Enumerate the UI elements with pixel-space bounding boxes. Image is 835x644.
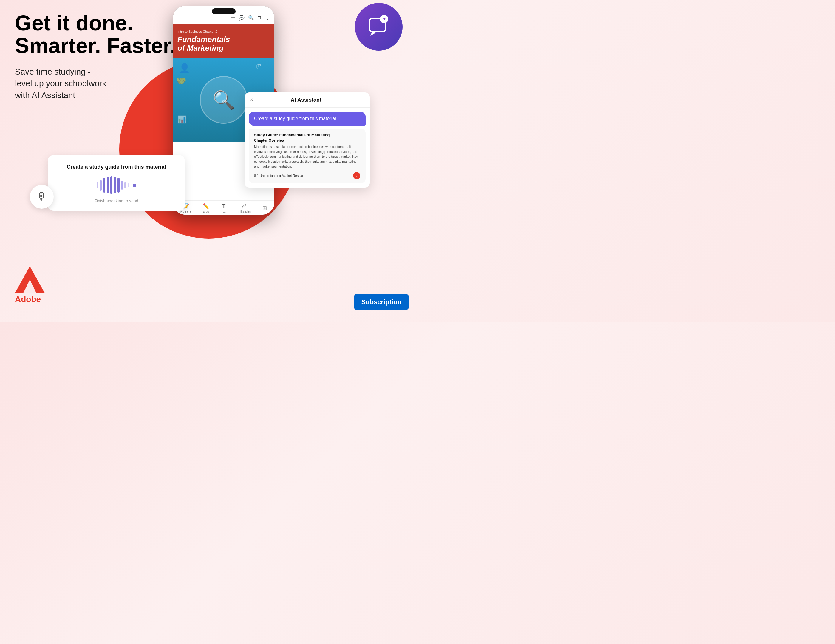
wave-bar-2 [100, 180, 102, 190]
main-headline: Get it done. Smarter. Faster. [15, 12, 194, 57]
phone-bottom-toolbar: 📝 Highlight ✏️ Draw T Text 🖊 Fill & Sign… [173, 200, 275, 215]
target-circle: 🔍 [200, 76, 247, 124]
highlight-label: Highlight [180, 210, 191, 213]
wave-bar-5 [110, 176, 112, 194]
subscription-badge[interactable]: Subscription [354, 294, 409, 310]
headline-line2: Smarter. Faster. [15, 34, 176, 58]
wave-dot [133, 184, 136, 187]
microphone-button[interactable]: 🎙 [30, 185, 54, 209]
wave-bar-9 [124, 182, 126, 188]
ai-user-message: Create a study guide from this material [249, 112, 366, 125]
ai-response-title: Study Guide: Fundamentals of Marketing [254, 133, 360, 137]
more-icon[interactable]: ⋮ [265, 15, 270, 21]
ai-panel-title: AI Assistant [291, 97, 322, 103]
voice-card-title: Create a study guide from this material [60, 164, 173, 170]
fill-sign-tool[interactable]: 🖊 Fill & Sign [238, 203, 250, 213]
svg-marker-3 [370, 32, 376, 36]
wave-bar-3 [103, 178, 105, 193]
adobe-logo: Adobe [15, 266, 45, 304]
draw-tool[interactable]: ✏️ Draw [203, 203, 210, 213]
annotation-icon[interactable]: ☰ [231, 15, 235, 21]
svg-text:✦: ✦ [382, 16, 387, 22]
search-icon[interactable]: 🔍 [248, 15, 254, 21]
topbar-icons: ☰ 💬 🔍 ⇈ ⋮ [231, 15, 270, 21]
comment-icon[interactable]: 💬 [239, 15, 245, 21]
fill-sign-label: Fill & Sign [238, 210, 250, 213]
ai-response-footer: 8.1 Understanding Market Resear ↓ [254, 172, 360, 179]
subheadline: Save time studying -level up your school… [15, 66, 194, 101]
down-arrow-icon: ↓ [356, 174, 357, 178]
ai-close-button[interactable]: × [250, 97, 253, 103]
adobe-logo-icon [15, 266, 45, 293]
pdf-title: Fundamentalsof Marketing [177, 35, 270, 52]
clock-icon: ⏱ [255, 63, 262, 71]
microphone-icon: 🎙 [36, 190, 47, 203]
grid-icon: ⊞ [262, 205, 267, 211]
ai-icon-bubble: ✦ [355, 3, 403, 51]
ai-assistant-panel: × AI Assistant ⋮ Create a study guide fr… [245, 92, 370, 188]
waveform-visualizer [60, 176, 173, 194]
voice-input-card: Create a study guide from this material … [48, 155, 185, 211]
ai-footer-label: 8.1 Understanding Market Resear [254, 174, 303, 177]
ai-panel-header: × AI Assistant ⋮ [245, 92, 370, 108]
wave-bar-10 [128, 183, 130, 187]
wave-bar-6 [114, 177, 116, 193]
fill-sign-icon: 🖊 [242, 203, 247, 209]
ai-response-body: Marketing is essential for connecting bu… [254, 144, 360, 169]
adobe-logo-text: Adobe [15, 295, 41, 304]
text-label: Text [222, 210, 227, 213]
text-icon: T [222, 203, 226, 209]
back-icon[interactable]: ← [177, 15, 182, 21]
pdf-header: Intro to Business Chapter 2 Fundamentals… [173, 24, 275, 58]
wave-bar-1 [97, 182, 98, 188]
wave-bar-8 [121, 181, 123, 190]
chart-icon: 📊 [177, 115, 187, 124]
people-icon: 👤 [179, 63, 190, 73]
text-tool[interactable]: T Text [222, 203, 227, 213]
draw-icon: ✏️ [203, 203, 210, 209]
subscription-label: Subscription [361, 298, 401, 306]
grid-tool[interactable]: ⊞ [262, 205, 267, 211]
handshake-icon: 🤝 [176, 76, 187, 86]
wave-bar-4 [107, 177, 109, 193]
wave-bar-7 [117, 178, 120, 193]
voice-hint: Finish speaking to send [60, 199, 173, 203]
ai-header-left-icons: × [250, 97, 253, 103]
draw-label: Draw [203, 210, 210, 213]
phone-notch [212, 8, 236, 14]
headline-line1: Get it done. [15, 11, 133, 35]
ai-footer-arrow-button[interactable]: ↓ [353, 172, 360, 179]
ai-response-subtitle: Chapter Overview [254, 138, 360, 143]
share-icon[interactable]: ⇈ [258, 15, 262, 21]
left-content-area: Get it done. Smarter. Faster. Save time … [15, 12, 194, 113]
ai-sparkle-icon: ✦ [367, 15, 391, 39]
target-icon: 🔍 [213, 89, 235, 110]
ai-menu-button[interactable]: ⋮ [359, 97, 364, 103]
pdf-subtitle: Intro to Business Chapter 2 [177, 30, 270, 33]
ai-response-card: Study Guide: Fundamentals of Marketing C… [249, 128, 366, 183]
